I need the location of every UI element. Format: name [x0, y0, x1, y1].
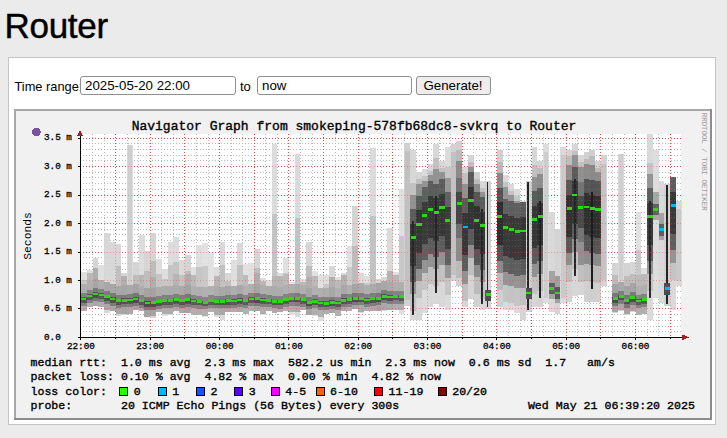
- svg-text:median rtt: 1.0 ms avg 2.3 m: median rtt: 1.0 ms avg 2.3 ms max 582.2 …: [31, 356, 615, 369]
- svg-text:02:00: 02:00: [344, 341, 372, 352]
- svg-text:RRDTOOL / TOBI OETIKER: RRDTOOL / TOBI OETIKER: [700, 113, 709, 211]
- svg-text:22:00: 22:00: [67, 341, 95, 352]
- svg-text:2.0 m: 2.0 m: [44, 218, 72, 229]
- svg-text:06:00: 06:00: [622, 341, 650, 352]
- svg-text:Wed May 21 06:39:20 2025: Wed May 21 06:39:20 2025: [528, 399, 695, 412]
- svg-text:6-10: 6-10: [330, 385, 358, 398]
- svg-text:3: 3: [249, 385, 256, 398]
- svg-text:0.5 m: 0.5 m: [44, 303, 72, 314]
- svg-text:Seconds: Seconds: [22, 212, 34, 259]
- svg-text:1.5 m: 1.5 m: [44, 246, 72, 257]
- svg-text:2.5 m: 2.5 m: [44, 189, 72, 200]
- svg-text:2: 2: [211, 385, 218, 398]
- svg-text:0: 0: [134, 385, 141, 398]
- svg-text:0.0: 0.0: [44, 332, 61, 343]
- svg-text:05:00: 05:00: [552, 341, 580, 352]
- svg-text:3.5 m: 3.5 m: [44, 132, 72, 143]
- svg-text:probe: 20 ICMP Echo Ping: probe: 20 ICMP Echo Pings (56 Bytes) eve…: [31, 399, 400, 412]
- svg-text:4-5: 4-5: [285, 385, 306, 398]
- svg-text:01:00: 01:00: [275, 341, 303, 352]
- svg-text:3.0 m: 3.0 m: [44, 161, 72, 172]
- svg-text:Navigator Graph from smokeping: Navigator Graph from smokeping-578fb68dc…: [132, 119, 577, 134]
- svg-text:03:00: 03:00: [414, 341, 442, 352]
- svg-text:11-19: 11-19: [389, 385, 424, 398]
- svg-text:00:00: 00:00: [206, 341, 234, 352]
- svg-text:1: 1: [172, 385, 179, 398]
- svg-text:04:00: 04:00: [483, 341, 511, 352]
- svg-text:23:00: 23:00: [136, 341, 164, 352]
- svg-text:1.0 m: 1.0 m: [44, 275, 72, 286]
- svg-text:20/20: 20/20: [452, 385, 487, 398]
- svg-text:packet loss: 0.10 % avg 4.82: packet loss: 0.10 % avg 4.82 % max 0.00 …: [31, 370, 442, 383]
- svg-text:loss color:: loss color:: [31, 385, 108, 398]
